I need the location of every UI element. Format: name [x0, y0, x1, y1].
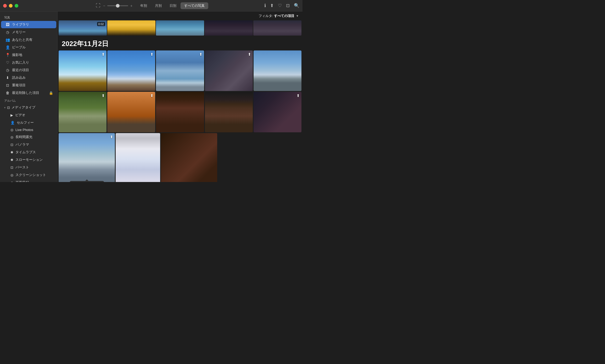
sidebar-item-label: セルフィー [17, 120, 34, 125]
sidebar-section-photos: 写真 [0, 14, 57, 21]
photo-cell[interactable] [254, 50, 301, 91]
screen-recording-icon: ◎ [10, 181, 13, 182]
photo-cell[interactable] [205, 92, 253, 132]
sidebar-item-label: ピープル [12, 45, 26, 50]
top-photos-strip: 0:02 [58, 20, 302, 36]
sidebar-item-label: メモリー [12, 30, 26, 35]
search-icon[interactable]: 🔍 [294, 3, 299, 8]
photo-cell[interactable] [156, 92, 204, 132]
sidebar-item-label: ライブラリ [12, 22, 29, 27]
tab-monthly[interactable]: 月別 [151, 2, 165, 9]
sidebar-item-label: スローモーション [15, 157, 43, 162]
long-exposure-icon: ◎ [10, 135, 13, 139]
photo-cell[interactable]: ⬆ [107, 92, 155, 132]
sidebar-item-places[interactable]: 📍 撮影地 [1, 51, 56, 59]
photo-row-2: ⬆ ⬆ ⬆ [59, 92, 301, 132]
photo-cell-screenshot[interactable] [116, 133, 160, 182]
photo-cell[interactable]: ⬆ [59, 50, 107, 91]
top-photo-4[interactable] [205, 20, 253, 36]
media-type-label: メディアタイプ [12, 105, 35, 110]
sidebar-item-long-exposure[interactable]: ◎ 長時間露光 [1, 133, 56, 141]
photo-cell-building[interactable]: ⬆ スクリーンショット [59, 133, 115, 182]
recent-icon: ◷ [5, 68, 10, 72]
video-icon: ▶ [10, 113, 13, 117]
photo-cell[interactable]: ⬆ [156, 50, 204, 91]
memories-icon: ◷ [5, 30, 10, 35]
burst-icon: ⊡ [10, 166, 13, 169]
selfie-icon: 👤 [10, 121, 15, 125]
photo-cell[interactable]: ⬆ [205, 50, 253, 91]
sidebar-item-screen-recording[interactable]: ◎ 画面収録 [1, 179, 56, 182]
top-photo-2[interactable] [107, 20, 155, 36]
sidebar-item-slow-motion[interactable]: ✺ スローモーション [1, 156, 56, 163]
slow-motion-icon: ✺ [10, 158, 13, 162]
people-icon: 👤 [5, 45, 10, 50]
sidebar-item-label: バースト [15, 165, 29, 170]
media-type-icon: ⊡ [7, 106, 10, 110]
fullscreen-button[interactable] [15, 4, 18, 8]
top-photo-5[interactable] [253, 20, 301, 36]
sidebar-item-favorites[interactable]: ♡ お気に入り [1, 59, 56, 66]
date-header: 2022年11月2日 [58, 36, 302, 50]
photo-cell[interactable]: ⬆ [254, 92, 301, 132]
sidebar-item-label: あなたと共有 [12, 37, 32, 42]
favorites-icon: ♡ [5, 60, 10, 65]
sidebar-item-video[interactable]: ▶ ビデオ [1, 111, 56, 119]
photo-cell[interactable]: ⬆ [107, 50, 155, 91]
zoom-thumb [116, 4, 120, 8]
sidebar-item-label: 読み込み [12, 75, 26, 80]
sidebar-item-timelapse[interactable]: ✺ タイムラプス [1, 149, 56, 156]
photo-cell-kitchen2[interactable] [161, 133, 217, 182]
slideshow-button[interactable]: ⛶ [94, 2, 102, 9]
photo-row-1: ⬆ ⬆ ⬆ ⬆ [59, 50, 301, 91]
sidebar-item-label: 最近の項目 [12, 68, 29, 72]
sidebar-item-shared[interactable]: 👥 あなたと共有 [1, 36, 56, 43]
sidebar-item-selfie[interactable]: 👤 セルフィー [1, 119, 56, 126]
zoom-plus-label: + [130, 4, 132, 8]
tab-all-photos[interactable]: すべての写真 [181, 2, 208, 9]
sidebar-item-people[interactable]: 👤 ピープル [1, 44, 56, 51]
top-photo-1[interactable]: 0:02 [59, 20, 107, 36]
content-area: フィルタ: すべての項目 ▾ 0:02 202 [58, 12, 302, 182]
chevron-down-icon: ▾ [4, 106, 5, 109]
filter-label: フィルタ: すべての項目 ▾ [259, 14, 298, 18]
photo-cell[interactable]: ⬆ [59, 92, 107, 132]
video-time-badge: 0:02 [97, 22, 105, 26]
crop-icon[interactable]: ⊡ [286, 3, 290, 8]
tab-daily[interactable]: 日別 [166, 2, 180, 9]
sidebar-item-library[interactable]: 🖼 ライブラリ [1, 21, 56, 28]
sidebar-item-live-photos[interactable]: ◎ Live Photos [1, 127, 56, 133]
info-icon[interactable]: ℹ [264, 3, 266, 8]
sidebar-item-label: スクリーンショット [15, 173, 46, 177]
sidebar-item-duplicates[interactable]: ⊡ 重複項目 [1, 82, 56, 89]
top-photo-3[interactable] [156, 20, 204, 36]
view-tabs: 年別 月別 日別 すべての写真 [137, 2, 208, 9]
sidebar-item-label: パノラマ [15, 142, 29, 147]
close-button[interactable] [3, 4, 7, 8]
minimize-button[interactable] [9, 4, 13, 8]
sidebar-item-recently-deleted[interactable]: 🗑 最近削除した項目 🔒 [1, 89, 56, 96]
photo-grid: ⬆ ⬆ ⬆ ⬆ ⬆ ⬆ [58, 50, 302, 132]
sidebar-item-memories[interactable]: ◷ メモリー [1, 29, 56, 36]
sidebar-item-screenshot[interactable]: ◎ スクリーンショット [1, 171, 56, 179]
traffic-lights [3, 4, 18, 8]
sidebar-item-recent[interactable]: ◷ 最近の項目 [1, 66, 56, 74]
shared-icon: 👥 [5, 37, 10, 42]
heart-icon[interactable]: ♡ [278, 3, 282, 8]
sidebar-group-media-type[interactable]: ▾ ⊡ メディアタイプ [0, 104, 57, 111]
sidebar-item-panorama[interactable]: ⊡ パノラマ [1, 141, 56, 148]
sidebar-item-label: お気に入り [12, 60, 29, 65]
tab-yearly[interactable]: 年別 [137, 2, 151, 9]
sidebar-item-label: ビデオ [15, 113, 25, 117]
titlebar-right: ℹ ⬆ ♡ ⊡ 🔍 [264, 3, 299, 8]
sidebar-item-import[interactable]: ⬇ 読み込み [1, 74, 56, 81]
sidebar-section-albums: アルバム [0, 97, 57, 104]
zoom-slider[interactable] [107, 5, 128, 6]
panorama-icon: ⊡ [10, 143, 13, 147]
duplicates-icon: ⊡ [5, 83, 10, 88]
icloud-icon: ⬆ [102, 93, 105, 98]
share-icon[interactable]: ⬆ [270, 3, 274, 8]
sidebar: 写真 🖼 ライブラリ ◷ メモリー 👥 あなたと共有 👤 ピープル 📍 撮影地 … [0, 12, 58, 182]
sidebar-item-burst[interactable]: ⊡ バースト [1, 164, 56, 171]
main-layout: 写真 🖼 ライブラリ ◷ メモリー 👥 あなたと共有 👤 ピープル 📍 撮影地 … [0, 12, 302, 182]
